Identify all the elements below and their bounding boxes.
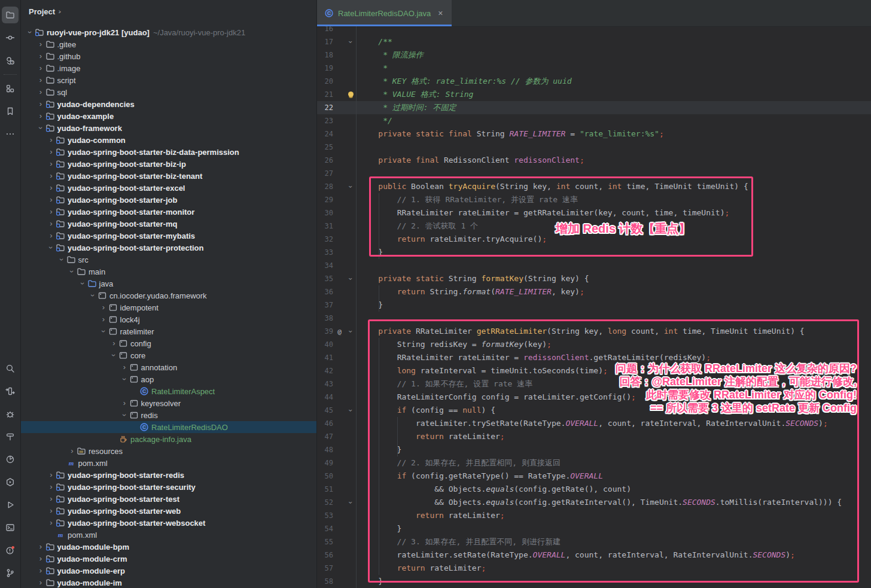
chevron-right-icon[interactable] bbox=[36, 110, 45, 122]
chevron-right-icon[interactable] bbox=[36, 50, 45, 62]
code-line-54[interactable]: 54 } bbox=[317, 522, 871, 535]
debug-icon[interactable] bbox=[2, 406, 19, 422]
fold-chevron-icon[interactable]: › bbox=[346, 498, 355, 507]
chevron-right-icon[interactable] bbox=[47, 170, 56, 182]
tree-item-package-info-java[interactable]: package-info.java bbox=[21, 433, 316, 445]
tree-item-yudao-spring-boot-starter-job[interactable]: yudao-spring-boot-starter-job bbox=[21, 194, 316, 206]
chevron-down-icon[interactable] bbox=[57, 254, 66, 266]
code-line-45[interactable]: 45› if (config == null) { bbox=[317, 404, 871, 417]
tree-item-yudao-framework[interactable]: yudao-framework bbox=[21, 122, 316, 134]
tree-item-ratelimiteraspect[interactable]: CRateLimiterAspect bbox=[21, 385, 316, 397]
code-line-58[interactable]: 58 } bbox=[317, 575, 871, 588]
tree-item-yudao-spring-boot-starter-mq[interactable]: yudao-spring-boot-starter-mq bbox=[21, 218, 316, 230]
code-line-33[interactable]: 33 } bbox=[317, 246, 871, 259]
code-line-31[interactable]: 31 // 2. 尝试获取 1 个 bbox=[317, 220, 871, 233]
fold-chevron-icon[interactable]: › bbox=[346, 406, 355, 415]
project-panel-header[interactable]: Project › bbox=[21, 0, 316, 23]
chevron-right-icon[interactable] bbox=[36, 62, 45, 74]
code-area[interactable]: 1617› /**18 * 限流操作19 *20 * KEY 格式: rate_… bbox=[317, 26, 871, 588]
chevron-right-icon[interactable] bbox=[36, 553, 45, 565]
chevron-right-icon[interactable] bbox=[47, 469, 56, 481]
chevron-right-icon[interactable] bbox=[36, 86, 45, 98]
tree-item-script[interactable]: script bbox=[21, 74, 316, 86]
chevron-right-icon[interactable] bbox=[36, 74, 45, 86]
tree-item-ratelimiterredisdao[interactable]: CRateLimiterRedisDAO bbox=[21, 421, 316, 433]
chevron-right-icon[interactable] bbox=[120, 361, 129, 373]
tree-item-ruoyi-vue-pro-jdk21-yudao-[interactable]: ruoyi-vue-pro-jdk21 [yudao]~/Java/ruoyi-… bbox=[21, 26, 316, 38]
tab-ratelimiterredisdao[interactable]: C RateLimiterRedisDAO.java × bbox=[317, 0, 452, 26]
chevron-right-icon[interactable] bbox=[68, 445, 77, 457]
tree-item-yudao-module-bpm[interactable]: yudao-module-bpm bbox=[21, 541, 316, 553]
chevron-right-icon[interactable] bbox=[47, 218, 56, 230]
chevron-right-icon[interactable] bbox=[99, 313, 108, 325]
chevron-right-icon[interactable] bbox=[36, 541, 45, 553]
tree-item-yudao-spring-boot-starter-excel[interactable]: yudao-spring-boot-starter-excel bbox=[21, 182, 316, 194]
tree-item-lock4j[interactable]: lock4j bbox=[21, 313, 316, 325]
code-line-16[interactable]: 16 bbox=[317, 26, 871, 35]
tree-item-src[interactable]: src bbox=[21, 254, 316, 266]
code-line-53[interactable]: 53 return rateLimiter; bbox=[317, 509, 871, 522]
tree-item-yudao-spring-boot-starter-websocket[interactable]: yudao-spring-boot-starter-websocket bbox=[21, 517, 316, 529]
tree-item-aop[interactable]: aop bbox=[21, 373, 316, 385]
tree-item-resources[interactable]: resources bbox=[21, 445, 316, 457]
code-line-39[interactable]: 39@› private RRateLimiter getRRateLimite… bbox=[317, 325, 871, 338]
code-line-22[interactable]: 22 * 过期时间: 不固定 bbox=[317, 101, 871, 114]
bookmarks-icon[interactable] bbox=[2, 103, 19, 120]
chevron-down-icon[interactable] bbox=[36, 122, 45, 134]
tree-item-sql[interactable]: sql bbox=[21, 86, 316, 98]
code-line-55[interactable]: 55 // 3. 如果存在, 并且配置不同, 则进行新建 bbox=[317, 535, 871, 549]
code-line-34[interactable]: 34 bbox=[317, 259, 871, 272]
tree-item--gitee[interactable]: .gitee bbox=[21, 38, 316, 50]
chevron-right-icon[interactable] bbox=[47, 230, 56, 242]
code-line-40[interactable]: 40 String redisKey = formatKey(key); bbox=[317, 338, 871, 351]
tree-item-core[interactable]: core bbox=[21, 349, 316, 361]
chevron-down-icon[interactable] bbox=[78, 278, 87, 290]
tree-item-yudao-spring-boot-starter-biz-tenant[interactable]: yudao-spring-boot-starter-biz-tenant bbox=[21, 170, 316, 182]
tree-item--github[interactable]: .github bbox=[21, 50, 316, 62]
chevron-right-icon[interactable] bbox=[47, 517, 56, 529]
code-line-29[interactable]: 29 // 1. 获得 RRateLimiter, 并设置 rate 速率 bbox=[317, 193, 871, 206]
tree-item-yudao-module-crm[interactable]: yudao-module-crm bbox=[21, 553, 316, 565]
chevron-down-icon[interactable] bbox=[89, 290, 98, 301]
chevron-down-icon[interactable] bbox=[109, 349, 118, 361]
code-line-26[interactable]: 26 private final RedissonClient redisson… bbox=[317, 154, 871, 167]
tree-item-yudao-spring-boot-starter-test[interactable]: yudao-spring-boot-starter-test bbox=[21, 493, 316, 505]
fold-chevron-icon[interactable]: › bbox=[346, 275, 355, 283]
chevron-right-icon[interactable] bbox=[47, 146, 56, 158]
chevron-down-icon[interactable] bbox=[120, 373, 129, 385]
chevron-down-icon[interactable] bbox=[99, 325, 108, 337]
code-line-43[interactable]: 43 // 1. 如果不存在, 设置 rate 速率 bbox=[317, 377, 871, 391]
code-line-25[interactable]: 25 bbox=[317, 141, 871, 154]
tree-item-idempotent[interactable]: idempotent bbox=[21, 301, 316, 313]
code-line-21[interactable]: 21 * VALUE 格式: String bbox=[317, 88, 871, 101]
chevron-down-icon[interactable] bbox=[68, 266, 77, 278]
tree-item-yudao-module-erp[interactable]: yudao-module-erp bbox=[21, 565, 316, 577]
fold-chevron-icon[interactable]: › bbox=[346, 182, 355, 191]
services-icon[interactable] bbox=[2, 474, 19, 490]
tree-item-config[interactable]: config bbox=[21, 337, 316, 349]
chevron-right-icon[interactable] bbox=[47, 134, 56, 146]
project-icon[interactable] bbox=[2, 7, 19, 23]
profiler-icon[interactable] bbox=[2, 451, 19, 468]
tree-item-pom-xml[interactable]: mpom.xml bbox=[21, 529, 316, 541]
code-line-20[interactable]: 20 * KEY 格式: rate_limiter:%s // 参数为 uuid bbox=[317, 75, 871, 88]
tree-item-cn-iocoder-yudao-framework[interactable]: cn.iocoder.yudao.framework bbox=[21, 290, 316, 301]
tree-item-main[interactable]: main bbox=[21, 266, 316, 278]
tree-item-yudao-spring-boot-starter-web[interactable]: yudao-spring-boot-starter-web bbox=[21, 505, 316, 517]
code-line-36[interactable]: 36 return String.format(RATE_LIMITER, ke… bbox=[317, 285, 871, 298]
tree-item-ratelimiter[interactable]: ratelimiter bbox=[21, 325, 316, 337]
fold-chevron-icon[interactable]: › bbox=[346, 38, 355, 46]
tree-item-annotation[interactable]: annotation bbox=[21, 361, 316, 373]
chevron-right-icon[interactable] bbox=[47, 182, 56, 194]
build-icon[interactable] bbox=[2, 428, 19, 445]
tree-item-yudao-module-im[interactable]: yudao-module-im bbox=[21, 577, 316, 588]
chevron-right-icon[interactable] bbox=[99, 301, 108, 313]
pull-requests-icon[interactable]: ? bbox=[2, 52, 19, 69]
chevron-down-icon[interactable] bbox=[26, 26, 35, 38]
tree-item-yudao-spring-boot-starter-biz-ip[interactable]: yudao-spring-boot-starter-biz-ip bbox=[21, 158, 316, 170]
problems-icon[interactable] bbox=[2, 542, 19, 559]
search-icon[interactable] bbox=[2, 360, 19, 377]
chevron-down-icon[interactable] bbox=[120, 409, 129, 421]
run-configurations-icon[interactable] bbox=[2, 383, 19, 400]
tree-item-yudao-spring-boot-starter-mybatis[interactable]: yudao-spring-boot-starter-mybatis bbox=[21, 230, 316, 242]
